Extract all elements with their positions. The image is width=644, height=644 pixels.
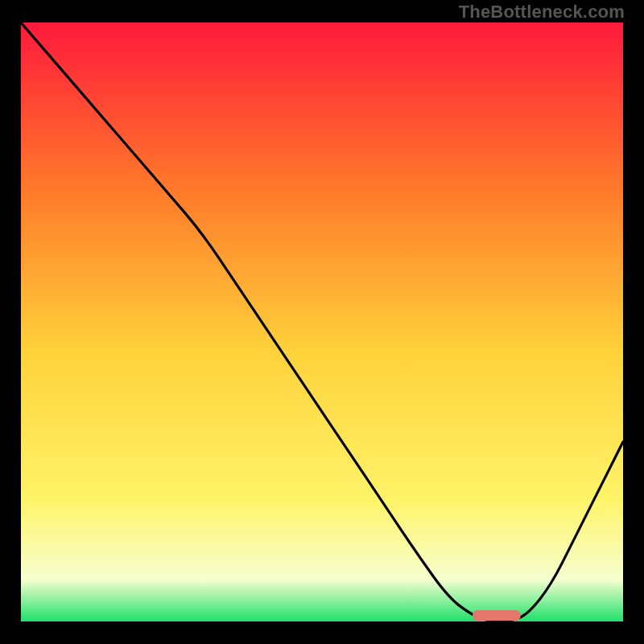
- gradient-background: [21, 23, 623, 621]
- chart-svg: [21, 23, 623, 621]
- watermark-text: TheBottleneck.com: [459, 2, 625, 23]
- chart-area: [21, 23, 623, 621]
- optimal-marker: [473, 610, 521, 621]
- chart-page: TheBottleneck.com: [0, 0, 644, 644]
